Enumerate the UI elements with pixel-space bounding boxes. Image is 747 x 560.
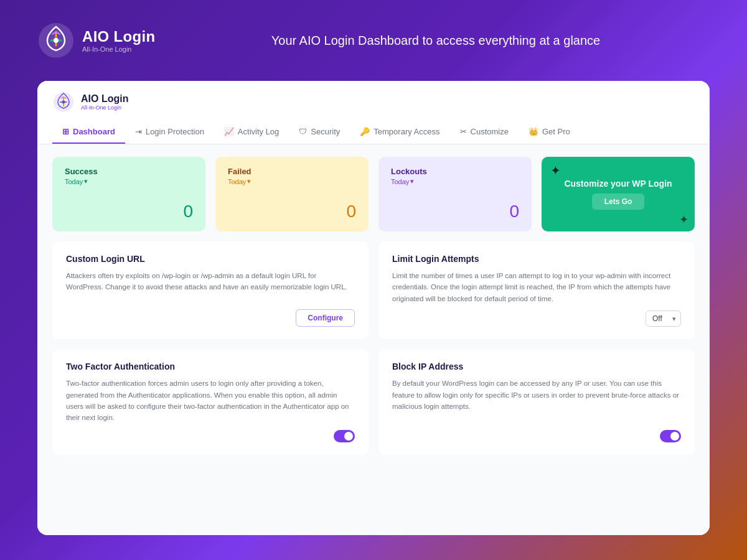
tab-temporary-access[interactable]: 🔑 Temporary Access	[350, 121, 449, 144]
customize-icon: ✂	[460, 127, 467, 136]
tab-dashboard-label: Dashboard	[73, 127, 115, 136]
lockouts-period: Today ▾	[391, 177, 519, 185]
temporary-access-icon: 🔑	[360, 127, 370, 136]
inner-logo-text: AIO Login All-In-One Login	[81, 93, 128, 111]
nav-tabs: ⊞ Dashboard ⇥ Login Protection 📈 Activit…	[52, 121, 695, 144]
security-icon: 🛡	[299, 127, 307, 136]
2fa-toggle[interactable]	[334, 430, 355, 442]
customize-card-content: Customize your WP Login Lets Go	[554, 167, 682, 222]
success-value: 0	[65, 202, 193, 222]
customize-card-title: Customize your WP Login	[564, 179, 672, 189]
limit-login-title: Limit Login Attempts	[392, 254, 681, 264]
2fa-toggle-row	[66, 430, 355, 442]
success-label: Success	[65, 167, 193, 176]
top-logo-text: AIO Login All-In-One Login	[82, 28, 155, 53]
dashboard-icon: ⊞	[62, 127, 69, 136]
lockouts-label: Lockouts	[391, 167, 519, 176]
tab-customize-label: Customize	[471, 127, 509, 136]
tab-customize[interactable]: ✂ Customize	[450, 121, 519, 144]
failed-label: Failed	[228, 167, 356, 176]
svg-point-1	[54, 38, 59, 43]
2fa-title: Two Factor Authentication	[66, 362, 355, 371]
feature-cards-row-1: Custom Login URL Attackers often try exp…	[52, 241, 695, 339]
custom-login-url-title: Custom Login URL	[66, 254, 355, 264]
tab-login-protection-label: Login Protection	[146, 127, 204, 136]
block-ip-toggle-row	[392, 430, 681, 442]
login-protection-icon: ⇥	[135, 127, 142, 136]
tab-temporary-access-label: Temporary Access	[374, 127, 439, 136]
sparkle-icon-2: ✦	[679, 213, 688, 226]
tab-login-protection[interactable]: ⇥ Login Protection	[125, 121, 214, 144]
tab-get-pro[interactable]: 👑 Get Pro	[519, 121, 580, 144]
main-container: AIO Login All-In-One Login ⊞ Dashboard ⇥…	[37, 81, 710, 535]
inner-logo-title: AIO Login	[81, 93, 128, 105]
inner-header: AIO Login All-In-One Login ⊞ Dashboard ⇥…	[37, 81, 710, 144]
stat-card-failed: Failed Today ▾ 0	[215, 157, 369, 231]
tab-security[interactable]: 🛡 Security	[289, 121, 350, 144]
feature-cards-row-2: Two Factor Authentication Two-factor aut…	[52, 349, 695, 455]
failed-period: Today ▾	[228, 177, 356, 185]
top-header: AIO Login All-In-One Login Your AIO Logi…	[0, 0, 747, 81]
inner-logo-icon	[52, 91, 75, 113]
tab-dashboard[interactable]: ⊞ Dashboard	[52, 121, 125, 144]
limit-login-select-wrapper: Off On	[646, 310, 681, 327]
customize-lets-go-button[interactable]: Lets Go	[592, 194, 645, 210]
tab-activity-log[interactable]: 📈 Activity Log	[214, 121, 289, 144]
failed-value: 0	[228, 202, 356, 222]
block-ip-toggle[interactable]	[660, 430, 681, 442]
block-ip-title: Block IP Address	[392, 362, 681, 371]
stat-card-lockouts: Lockouts Today ▾ 0	[378, 157, 532, 231]
2fa-desc: Two-factor authentication forces admin u…	[66, 378, 355, 424]
limit-login-desc: Limit the number of times a user IP can …	[392, 270, 681, 304]
top-logo-icon	[37, 22, 75, 59]
stat-card-success: Success Today ▾ 0	[52, 157, 205, 231]
sparkle-icon-1: ✦	[550, 163, 561, 178]
feature-card-custom-login-url: Custom Login URL Attackers often try exp…	[52, 241, 369, 339]
lockouts-value: 0	[391, 202, 519, 222]
tab-activity-log-label: Activity Log	[238, 127, 279, 136]
inner-logo-subtitle: All-In-One Login	[81, 105, 128, 111]
success-period: Today ▾	[65, 177, 193, 185]
feature-card-2fa: Two Factor Authentication Two-factor aut…	[52, 349, 369, 455]
stat-cards-row: Success Today ▾ 0 Failed Today ▾ 0	[52, 157, 695, 231]
feature-card-block-ip: Block IP Address By default your WordPre…	[378, 349, 695, 455]
header-tagline: Your AIO Login Dashboard to access every…	[162, 34, 710, 48]
configure-button[interactable]: Configure	[296, 309, 355, 327]
inner-logo-row: AIO Login All-In-One Login	[52, 91, 695, 113]
top-logo-title: AIO Login	[82, 28, 155, 45]
block-ip-desc: By default your WordPress login can be a…	[392, 378, 681, 424]
feature-card-limit-login: Limit Login Attempts Limit the number of…	[378, 241, 695, 339]
limit-login-select[interactable]: Off On	[646, 310, 681, 327]
activity-log-icon: 📈	[224, 127, 234, 136]
custom-login-url-desc: Attackers often try exploits on /wp-logi…	[66, 270, 355, 303]
top-logo-area: AIO Login All-In-One Login	[37, 22, 162, 59]
get-pro-icon: 👑	[529, 127, 538, 136]
svg-point-3	[62, 101, 65, 104]
tab-get-pro-label: Get Pro	[542, 127, 570, 136]
content-area: Success Today ▾ 0 Failed Today ▾ 0	[37, 144, 710, 535]
top-logo-subtitle: All-In-One Login	[82, 45, 155, 53]
limit-login-select-row: Off On	[392, 310, 681, 327]
stat-card-customize: ✦ Customize your WP Login Lets Go ✦	[542, 157, 695, 231]
tab-security-label: Security	[311, 127, 340, 136]
